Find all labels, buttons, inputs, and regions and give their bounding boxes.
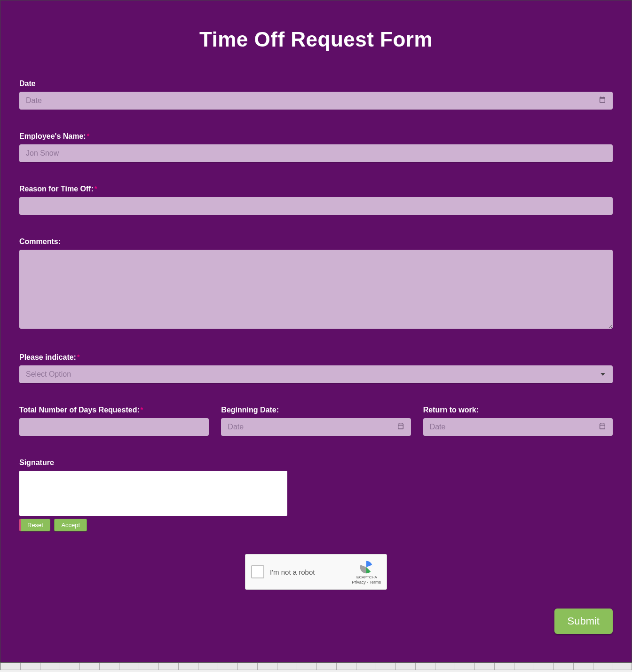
label-return-date: Return to work: [423, 406, 613, 414]
captcha-left: I'm not a robot [251, 565, 315, 578]
field-employee-name: Employee's Name:* [19, 132, 613, 162]
reset-button[interactable]: Reset [19, 519, 50, 531]
label-text: Employee's Name: [19, 132, 86, 140]
form-container: Time Off Request Form Date Employee's Na… [0, 0, 632, 663]
date-input[interactable] [19, 92, 613, 110]
captcha-text: I'm not a robot [270, 568, 315, 576]
recaptcha[interactable]: I'm not a robot reCAPTCHA Privacy - Term… [245, 554, 387, 590]
signature-buttons: Reset Accept [19, 519, 613, 531]
select-placeholder: Select Option [26, 370, 71, 378]
recaptcha-icon [359, 560, 374, 575]
days-requested-input[interactable] [19, 418, 209, 436]
label-signature: Signature [19, 459, 613, 467]
label-beginning-date: Beginning Date: [221, 406, 411, 414]
field-date: Date [19, 79, 613, 110]
required-marker: * [77, 353, 79, 361]
employee-name-input[interactable] [19, 144, 613, 162]
return-date-input[interactable] [423, 418, 613, 436]
signature-pad[interactable] [19, 471, 287, 516]
field-signature: Signature Reset Accept [19, 459, 613, 531]
captcha-links: Privacy - Terms [352, 580, 381, 585]
submit-button[interactable]: Submit [554, 609, 613, 634]
field-comments: Comments: [19, 237, 613, 331]
comments-textarea[interactable] [19, 250, 613, 329]
label-indicate: Please indicate:* [19, 353, 613, 362]
label-text: Please indicate: [19, 353, 76, 361]
label-comments: Comments: [19, 237, 613, 246]
field-indicate: Please indicate:* Select Option [19, 353, 613, 383]
accept-button[interactable]: Accept [54, 519, 87, 531]
label-text: Reason for Time Off: [19, 185, 94, 193]
label-text: Total Number of Days Requested: [19, 406, 140, 414]
label-date: Date [19, 79, 613, 88]
field-reason: Reason for Time Off:* [19, 185, 613, 215]
page-title: Time Off Request Form [19, 28, 613, 51]
ruler-decoration [0, 663, 632, 670]
label-employee-name: Employee's Name:* [19, 132, 613, 141]
field-beginning-date: Beginning Date: [221, 406, 411, 436]
beginning-date-input[interactable] [221, 418, 411, 436]
reason-input[interactable] [19, 197, 613, 215]
captcha-brand: reCAPTCHA [356, 575, 377, 579]
row-dates: Total Number of Days Requested:* Beginni… [19, 406, 613, 436]
input-wrap-date [19, 92, 613, 110]
required-marker: * [87, 132, 89, 140]
submit-row: Submit [19, 609, 613, 634]
required-marker: * [141, 406, 143, 413]
input-wrap-beginning [221, 418, 411, 436]
chevron-down-icon [600, 373, 605, 376]
indicate-select[interactable]: Select Option [19, 365, 613, 383]
input-wrap-return [423, 418, 613, 436]
field-days-requested: Total Number of Days Requested:* [19, 406, 209, 436]
required-marker: * [95, 185, 97, 192]
label-days-requested: Total Number of Days Requested:* [19, 406, 209, 414]
captcha-right: reCAPTCHA Privacy - Terms [352, 560, 381, 585]
field-return-date: Return to work: [423, 406, 613, 436]
captcha-checkbox[interactable] [251, 565, 264, 578]
label-reason: Reason for Time Off:* [19, 185, 613, 193]
